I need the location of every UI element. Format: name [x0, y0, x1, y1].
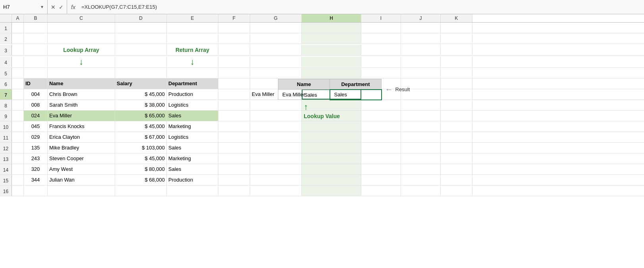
cell-A5[interactable] — [12, 68, 24, 78]
cell-A15[interactable] — [12, 175, 24, 185]
cell-D8[interactable]: $ 38,000 — [115, 100, 167, 110]
cell-B7[interactable]: 004 — [24, 89, 48, 100]
cell-H10[interactable] — [302, 121, 361, 132]
cell-E2[interactable] — [167, 33, 218, 44]
cell-H4[interactable] — [302, 57, 361, 67]
cell-I10[interactable] — [361, 121, 401, 132]
cell-B10[interactable]: 045 — [24, 121, 48, 132]
cell-G2[interactable] — [250, 33, 302, 44]
cell-A1[interactable] — [12, 23, 24, 33]
cell-C2[interactable] — [48, 33, 115, 44]
cell-F15[interactable] — [218, 175, 250, 185]
cell-I5[interactable] — [361, 68, 401, 78]
cell-C10[interactable]: Francis Knocks — [48, 121, 115, 132]
cell-E15[interactable]: Production — [167, 175, 218, 185]
col-header-E[interactable]: E — [167, 14, 218, 22]
cell-D9[interactable]: $ 65,000 — [115, 111, 167, 121]
cell-J15[interactable] — [401, 175, 441, 185]
cell-B5[interactable] — [24, 68, 48, 78]
cell-H5[interactable] — [302, 68, 361, 78]
cell-H16[interactable] — [302, 186, 361, 196]
cell-D16[interactable] — [115, 186, 167, 196]
cell-B12[interactable]: 135 — [24, 143, 48, 153]
cell-G12[interactable] — [250, 143, 302, 153]
col-header-G[interactable]: G — [250, 14, 302, 22]
cell-A7[interactable] — [12, 89, 24, 100]
cell-K3[interactable] — [441, 45, 472, 55]
col-header-K[interactable]: K — [441, 14, 472, 22]
cell-F7[interactable] — [218, 89, 250, 100]
cell-K11[interactable] — [441, 132, 472, 142]
cell-G3[interactable] — [250, 45, 302, 55]
cell-I11[interactable] — [361, 132, 401, 142]
cell-G15[interactable] — [250, 175, 302, 185]
cell-K14[interactable] — [441, 164, 472, 174]
formula-input[interactable]: =XLOOKUP(G7,C7:C15,E7:E15) — [79, 4, 644, 10]
cell-J2[interactable] — [401, 33, 441, 44]
cell-A12[interactable] — [12, 143, 24, 153]
cell-F9[interactable] — [218, 111, 250, 121]
cell-D3[interactable] — [115, 45, 167, 55]
cell-A10[interactable] — [12, 121, 24, 132]
cancel-icon[interactable]: ✕ — [51, 4, 56, 10]
cell-E8[interactable]: Logistics — [167, 100, 218, 110]
cell-E14[interactable]: Sales — [167, 164, 218, 174]
cell-I14[interactable] — [361, 164, 401, 174]
cell-A3[interactable] — [12, 45, 24, 55]
cell-D1[interactable] — [115, 23, 167, 33]
cell-E11[interactable]: Logistics — [167, 132, 218, 142]
cell-B13[interactable]: 243 — [24, 153, 48, 164]
cell-J3[interactable] — [401, 45, 441, 55]
cell-H1[interactable] — [302, 23, 361, 33]
cell-I3[interactable] — [361, 45, 401, 55]
cell-F1[interactable] — [218, 23, 250, 33]
name-box[interactable]: H7 ▼ — [0, 0, 48, 14]
cell-G14[interactable] — [250, 164, 302, 174]
cell-G10[interactable] — [250, 121, 302, 132]
cell-K5[interactable] — [441, 68, 472, 78]
cell-B8[interactable]: 008 — [24, 100, 48, 110]
cell-H2[interactable] — [302, 33, 361, 44]
col-header-C[interactable]: C — [48, 14, 115, 22]
cell-B4[interactable] — [24, 57, 48, 67]
cell-A16[interactable] — [12, 186, 24, 196]
cell-G4[interactable] — [250, 57, 302, 67]
cell-E5[interactable] — [167, 68, 218, 78]
cell-G5[interactable] — [250, 68, 302, 78]
cell-C16[interactable] — [48, 186, 115, 196]
col-header-F[interactable]: F — [218, 14, 250, 22]
cell-A4[interactable] — [12, 57, 24, 67]
cell-D14[interactable]: $ 80,000 — [115, 164, 167, 174]
cell-B16[interactable] — [24, 186, 48, 196]
cell-J1[interactable] — [401, 23, 441, 33]
cell-G16[interactable] — [250, 186, 302, 196]
cell-D10[interactable]: $ 45,000 — [115, 121, 167, 132]
cell-J14[interactable] — [401, 164, 441, 174]
cell-D15[interactable]: $ 68,000 — [115, 175, 167, 185]
cell-E12[interactable]: Sales — [167, 143, 218, 153]
cell-D5[interactable] — [115, 68, 167, 78]
cell-K13[interactable] — [441, 153, 472, 164]
cell-B2[interactable] — [24, 33, 48, 44]
cell-C8[interactable]: Sarah Smith — [48, 100, 115, 110]
cell-F12[interactable] — [218, 143, 250, 153]
col-header-D[interactable]: D — [115, 14, 167, 22]
cell-A2[interactable] — [12, 33, 24, 44]
cell-B9[interactable]: 024 — [24, 111, 48, 121]
cell-F6[interactable] — [218, 78, 250, 89]
cell-A13[interactable] — [12, 153, 24, 164]
cell-J4[interactable] — [401, 57, 441, 67]
cell-J10[interactable] — [401, 121, 441, 132]
cell-H13[interactable] — [302, 153, 361, 164]
cell-H3[interactable] — [302, 45, 361, 55]
cell-C7[interactable]: Chris Brown — [48, 89, 115, 100]
cell-D12[interactable]: $ 103,000 — [115, 143, 167, 153]
cell-F13[interactable] — [218, 153, 250, 164]
cell-F11[interactable] — [218, 132, 250, 142]
cell-D7[interactable]: $ 45,000 — [115, 89, 167, 100]
cell-A6[interactable] — [12, 78, 24, 89]
cell-A14[interactable] — [12, 164, 24, 174]
cell-I4[interactable] — [361, 57, 401, 67]
cell-A9[interactable] — [12, 111, 24, 121]
cell-E9[interactable]: Sales — [167, 111, 218, 121]
